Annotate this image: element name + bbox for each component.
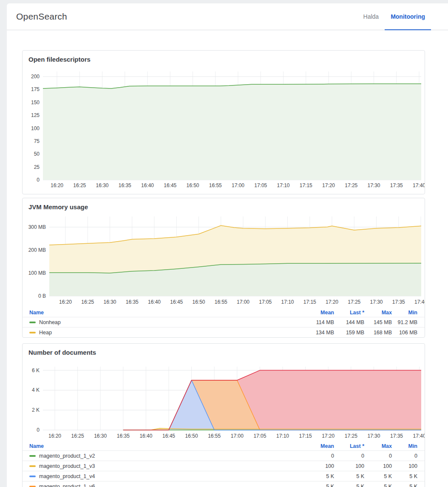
legend-value: 114 MB (292, 319, 334, 325)
x-axis-label: 16:35 (117, 433, 130, 439)
x-axis-label: 17:10 (276, 433, 289, 439)
panel-title: JVM Memory usage (23, 203, 425, 211)
legend-header-min[interactable]: Min (392, 310, 417, 316)
series-color-dash (29, 332, 36, 333)
x-axis-label: 17:35 (390, 433, 403, 439)
documents-chart[interactable]: 02 K4 K6 K16:2016:2516:3016:3516:4016:45… (23, 359, 425, 442)
series-name-link[interactable]: magento_product_1_v6 (39, 484, 95, 487)
x-axis-label: 16:55 (209, 182, 222, 188)
legend-value: 134 MB (292, 330, 334, 336)
legend-header-max[interactable]: Max (364, 310, 392, 316)
panel-legend: NameMeanLast *MaxMinNonheap114 MB144 MB1… (23, 308, 425, 337)
series-name-link[interactable]: magento_product_1_v3 (39, 463, 95, 469)
series-color-dash (29, 322, 36, 323)
x-axis-label: 16:45 (164, 182, 176, 188)
x-axis-label: 17:10 (281, 299, 294, 305)
legend-value: 100 (392, 463, 417, 469)
jvm-memory-chart[interactable]: 0 B100 MB200 MB300 MB16:2016:2516:3016:3… (23, 214, 425, 308)
x-axis-label: 16:45 (162, 433, 175, 439)
x-axis-label: 16:25 (73, 182, 86, 188)
y-axis-label: 50 (34, 151, 40, 157)
tab-monitooring[interactable]: Monitooring (385, 3, 431, 30)
series-name-link[interactable]: Nonheap (39, 319, 61, 325)
legend-header-last[interactable]: Last * (334, 443, 364, 449)
y-axis-label: 0 (37, 427, 40, 433)
legend-value: 5 K (364, 473, 392, 479)
legend-name-cell: magento_product_1_v2 (29, 453, 292, 459)
x-axis-label: 17:25 (345, 433, 357, 439)
y-axis-label: 200 MB (28, 247, 46, 253)
legend-value: 5 K (364, 484, 392, 487)
x-axis-label: 17:00 (237, 299, 250, 305)
legend-header-name[interactable]: Name (29, 443, 292, 449)
x-axis-label: 17:00 (231, 433, 244, 439)
legend-value: 144 MB (334, 319, 364, 325)
y-axis-label: 4 K (32, 387, 40, 393)
x-axis-label: 16:30 (96, 182, 108, 188)
legend-header-min[interactable]: Min (392, 443, 417, 449)
tab-halda[interactable]: Halda (357, 3, 385, 30)
chart-svg: 02 K4 K6 K16:2016:2516:3016:3516:4016:45… (23, 359, 425, 440)
legend-row-magento_product_1_v2: magento_product_1_v20000 (23, 450, 425, 461)
series-color-dash (29, 455, 36, 457)
x-axis-label: 16:20 (59, 299, 72, 305)
legend-value: 0 (334, 453, 364, 459)
y-axis-label: 25 (34, 164, 40, 170)
series-color-dash (29, 465, 36, 467)
panel-title: Number of documents (23, 349, 425, 356)
panel-jvm-memory: JVM Memory usage 0 B100 MB200 MB300 MB16… (22, 198, 425, 338)
x-axis-label: 17:35 (392, 299, 405, 305)
y-axis-label: 150 (31, 100, 40, 105)
open-filedescriptors-chart[interactable]: 025507510012515017520016:2016:2516:3016:… (23, 66, 425, 194)
legend-value: 168 MB (364, 330, 392, 336)
x-axis-label: 17:20 (322, 182, 335, 188)
legend-header-mean[interactable]: Mean (292, 310, 334, 316)
tab-bar: Halda Monitooring (357, 3, 431, 30)
legend-value: 159 MB (334, 330, 364, 336)
legend-value: 5 K (292, 473, 334, 479)
legend-row-magento_product_1_v4: magento_product_1_v45 K5 K5 K5 K (23, 471, 425, 481)
y-axis-label: 125 (31, 112, 40, 118)
y-axis-label: 100 (31, 125, 40, 131)
y-axis-label: 0 B (38, 293, 46, 299)
x-axis-label: 16:55 (215, 299, 227, 305)
x-axis-label: 16:35 (126, 299, 139, 305)
x-axis-label: 16:25 (71, 433, 84, 439)
legend-header-row: NameMeanLast *MaxMin (23, 308, 425, 317)
panel-legend: NameMeanLast *MaxMinmagento_product_1_v2… (23, 442, 425, 487)
panel-number-of-documents: Number of documents 02 K4 K6 K16:2016:25… (22, 343, 425, 487)
y-axis-label: 175 (31, 86, 40, 92)
legend-value: 145 MB (364, 319, 392, 325)
series-area-Open filedescriptors (43, 84, 421, 180)
series-name-link[interactable]: magento_product_1_v2 (39, 453, 95, 459)
legend-header-mean[interactable]: Mean (292, 443, 334, 449)
x-axis-label: 17:05 (259, 299, 272, 305)
chart-svg: 025507510012515017520016:2016:2516:3016:… (23, 66, 425, 192)
legend-header-max[interactable]: Max (364, 443, 392, 449)
x-axis-label: 17:10 (277, 182, 289, 188)
series-color-dash (29, 486, 36, 487)
panel-title: Open filedescriptors (23, 56, 425, 63)
legend-name-cell: magento_product_1_v6 (29, 484, 292, 487)
x-axis-label: 17:20 (326, 299, 338, 305)
x-axis-label: 17:35 (390, 182, 403, 188)
x-axis-label: 16:40 (148, 299, 161, 305)
x-axis-label: 16:55 (208, 433, 221, 439)
legend-row-magento_product_1_v3: magento_product_1_v3100100100100 (23, 461, 425, 471)
y-axis-label: 2 K (32, 407, 40, 413)
dashboard-content: Open filedescriptors 0255075100125150175… (7, 30, 448, 487)
x-axis-label: 16:20 (48, 433, 61, 439)
panel-open-filedescriptors: Open filedescriptors 0255075100125150175… (22, 50, 425, 194)
x-axis-label: 17:25 (345, 182, 357, 188)
y-axis-label: 300 MB (28, 224, 46, 230)
x-axis-label: 17:00 (232, 182, 244, 188)
series-name-link[interactable]: Heap (39, 330, 52, 336)
legend-header-last[interactable]: Last * (334, 310, 364, 316)
x-axis-label: 17:30 (370, 299, 383, 305)
legend-header-name[interactable]: Name (29, 310, 292, 316)
x-axis-label: 17:40 (413, 433, 425, 439)
legend-name-cell: magento_product_1_v4 (29, 473, 292, 479)
y-axis-label: 200 (31, 74, 40, 80)
legend-value: 100 (364, 463, 392, 469)
series-name-link[interactable]: magento_product_1_v4 (39, 473, 95, 479)
